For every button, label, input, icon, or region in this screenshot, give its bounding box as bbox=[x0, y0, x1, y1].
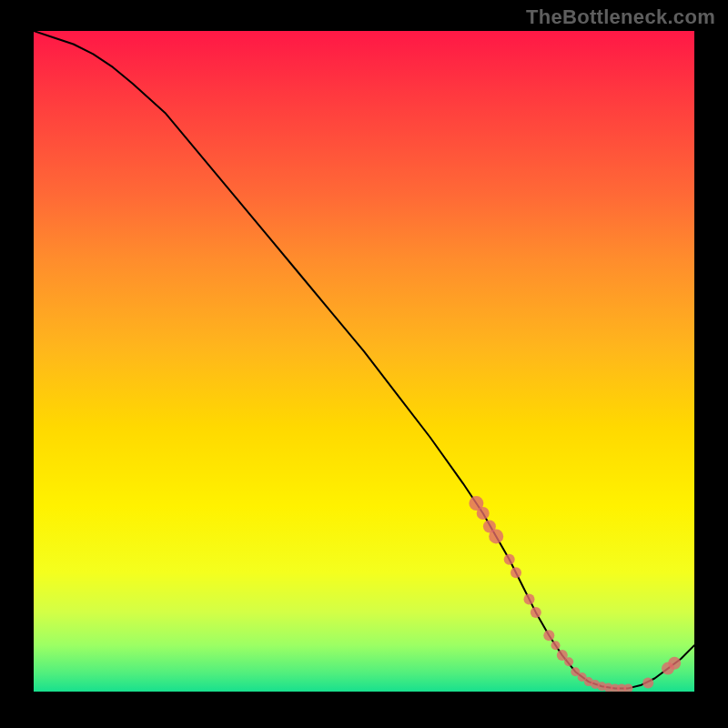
chart-frame: TheBottleneck.com bbox=[0, 0, 728, 728]
plot-area bbox=[34, 31, 694, 692]
background-gradient bbox=[34, 31, 694, 692]
watermark-text: TheBottleneck.com bbox=[526, 5, 715, 29]
